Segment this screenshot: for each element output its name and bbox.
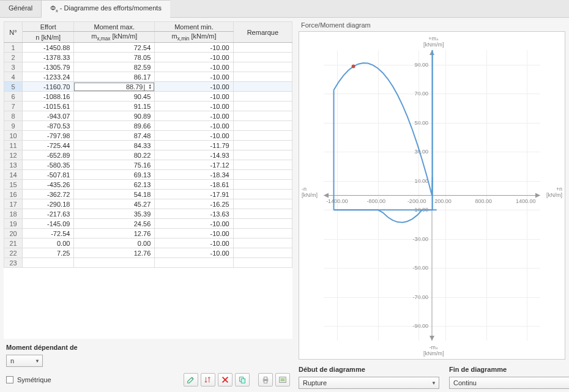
table-row[interactable]: 18-217.6335.39-13.63 — [4, 209, 292, 219]
svg-rect-4 — [264, 381, 267, 383]
print-button[interactable] — [258, 373, 273, 386]
table-row[interactable]: 14-507.8169.13-18.34 — [4, 170, 292, 180]
start-diagram-label: Début de diagramme — [299, 366, 439, 373]
moment-depends-label: Moment dépendant de — [6, 344, 290, 351]
table-row[interactable]: 15-435.2662.13-18.61 — [4, 180, 292, 190]
col-mmin-l2: mx,min [kNm/m] — [155, 32, 233, 43]
edit-button[interactable] — [184, 373, 198, 386]
data-table-wrap[interactable]: N° Effort Moment max. Moment min. Remarq… — [4, 21, 292, 339]
table-row[interactable]: 227.2512.76-10.00 — [4, 248, 292, 258]
delete-button[interactable] — [218, 373, 232, 386]
table-row[interactable]: 17-290.1845.27-16.25 — [4, 199, 292, 209]
table-row[interactable]: 9-870.5389.66-10.00 — [4, 121, 292, 131]
export-button[interactable] — [275, 373, 290, 386]
cell-editor[interactable]: 88.79|▲▼ — [74, 83, 154, 91]
svg-point-12 — [352, 65, 355, 68]
col-mmin-l1: Moment min. — [155, 22, 233, 32]
start-diagram-select[interactable]: Rupture ▼ — [299, 377, 439, 389]
chevron-down-icon: ▼ — [35, 358, 40, 364]
data-table: N° Effort Moment max. Moment min. Remarq… — [4, 21, 292, 268]
table-row[interactable]: 6-1088.1690.45-10.00 — [4, 92, 292, 102]
chart-title: Force/Moment diagram — [299, 21, 565, 29]
end-diagram-select[interactable]: Continu ▼ — [449, 377, 569, 389]
tab-diagram[interactable]: Φx - Diagramme des efforts/moments — [41, 0, 170, 18]
svg-marker-8 — [324, 193, 329, 198]
table-row[interactable]: 1-1450.8872.54-10.00 — [4, 43, 292, 53]
table-row[interactable]: 13-580.3575.16-17.12 — [4, 160, 292, 170]
table-row[interactable]: 19-145.0924.56-10.00 — [4, 219, 292, 229]
table-row[interactable]: 16-362.7254.18-17.91 — [4, 190, 292, 199]
step-down-icon[interactable]: ▼ — [147, 87, 152, 90]
table-row[interactable]: 23 — [4, 258, 292, 268]
svg-rect-1 — [241, 379, 245, 383]
sort-button[interactable] — [201, 373, 215, 386]
table-row[interactable]: 7-1015.6191.15-10.00 — [4, 102, 292, 111]
svg-marker-11 — [430, 336, 434, 341]
col-mmax-l1: Moment max. — [74, 22, 155, 32]
table-row[interactable]: 2-1378.3378.05-10.00 — [4, 53, 292, 62]
copy-button[interactable] — [235, 373, 250, 386]
table-row[interactable]: 12-652.8980.22-14.93 — [4, 150, 292, 160]
tab-general[interactable]: Général — [0, 0, 41, 17]
symmetric-label: Symétrique — [17, 376, 51, 383]
col-mmax-l2: mx,max [kNm/m] — [74, 32, 155, 43]
chevron-down-icon: ▼ — [431, 380, 436, 386]
checkbox-box — [6, 376, 13, 383]
chart-area[interactable]: -90.00-70.00-50.00-30.00-10.0010.0030.00… — [299, 31, 565, 360]
col-num: N° — [4, 22, 23, 43]
symmetric-checkbox[interactable]: Symétrique — [6, 376, 51, 383]
table-row[interactable]: 3-1305.7982.59-10.00 — [4, 62, 292, 72]
svg-marker-7 — [535, 193, 540, 198]
table-row[interactable]: 210.000.00-10.00 — [4, 239, 292, 248]
col-remark: Remarque — [233, 22, 292, 43]
table-row[interactable]: 11-725.4484.33-11.79 — [4, 141, 292, 150]
col-effort-l1: Effort — [23, 22, 74, 32]
table-row[interactable]: 4-1233.2486.17-10.00 — [4, 72, 292, 82]
table-row[interactable]: 10-797.9887.48-10.00 — [4, 131, 292, 141]
table-row[interactable]: 5-1160.7088.79|▲▼-10.00 — [4, 82, 292, 92]
col-effort-l2: n [kN/m] — [23, 32, 74, 43]
end-diagram-label: Fin de diagramme — [449, 366, 569, 373]
icon-toolbar — [184, 373, 290, 386]
tab-bar: Général Φx - Diagramme des efforts/momen… — [0, 0, 569, 18]
table-row[interactable]: 20-72.5412.76-10.00 — [4, 229, 292, 239]
table-row[interactable]: 8-943.0790.89-10.00 — [4, 111, 292, 121]
svg-rect-3 — [264, 377, 267, 380]
moment-depends-select[interactable]: n ▼ — [6, 355, 43, 367]
